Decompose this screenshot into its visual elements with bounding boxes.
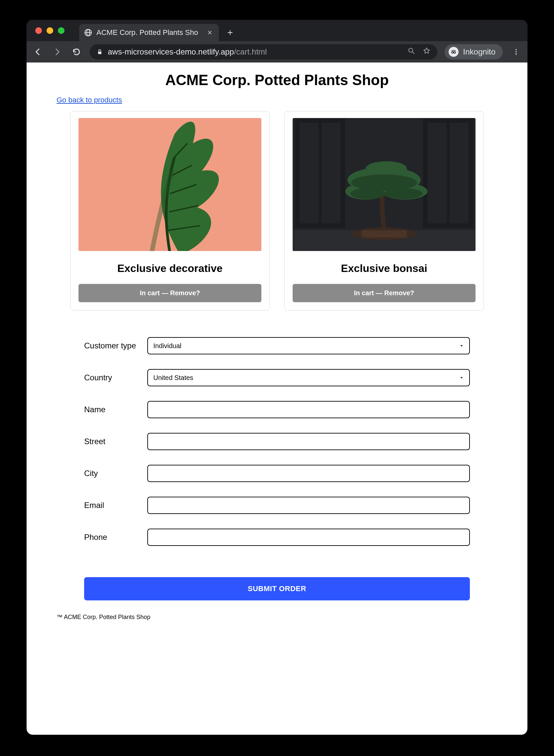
cart-item-card: Exclusive decorative In cart — Remove? [70,111,270,310]
svg-point-28 [366,161,407,176]
incognito-label: Inkognito [463,47,495,57]
reload-button[interactable] [70,46,82,58]
label-email: Email [84,501,144,510]
url-host: aws-microservices-demo.netlify.app [108,47,234,56]
svg-point-4 [409,48,413,52]
street-input[interactable] [147,433,470,450]
incognito-icon [449,47,458,57]
forward-button[interactable] [51,46,63,58]
form-row-city: City [84,465,470,482]
product-title: Exclusive decorative [117,262,223,275]
page-viewport: ACME Corp. Potted Plants Shop Go back to… [26,62,528,735]
form-row-country: Country United States [84,369,470,386]
label-street: Street [84,437,144,446]
label-name: Name [84,405,144,414]
form-row-name: Name [84,401,470,418]
tab-title: ACME Corp. Potted Plants Sho [97,28,202,37]
window-controls [31,27,74,34]
svg-point-6 [452,52,453,53]
window-minimize-button[interactable] [47,27,53,34]
city-input[interactable] [147,465,470,482]
form-row-email: Email [84,497,470,514]
tab-strip: ACME Corp. Potted Plants Sho [26,20,528,41]
footer-trademark: ™ ACME Corp. Potted Plants Shop [57,614,497,621]
remove-from-cart-button[interactable]: In cart — Remove? [78,284,261,302]
cart-items: Exclusive decorative In cart — Remove? [57,111,497,310]
svg-point-9 [515,51,517,53]
label-customer-type: Customer type [84,341,144,350]
email-input[interactable] [147,497,470,514]
name-input[interactable] [147,401,470,418]
back-to-products-link[interactable]: Go back to products [57,96,122,104]
form-row-customer-type: Customer type Individual [84,337,470,354]
browser-tab[interactable]: ACME Corp. Potted Plants Sho [79,24,219,41]
new-tab-button[interactable] [223,26,237,39]
form-row-phone: Phone [84,529,470,546]
customer-type-select[interactable]: Individual [147,337,470,354]
svg-rect-3 [98,52,101,54]
star-icon[interactable] [423,47,431,57]
page-title: ACME Corp. Potted Plants Shop [57,72,497,89]
svg-point-8 [515,49,517,51]
window-maximize-button[interactable] [58,27,64,34]
back-button[interactable] [32,46,44,58]
browser-toolbar: aws-microservices-demo.netlify.app/cart.… [26,41,528,62]
remove-from-cart-button[interactable]: In cart — Remove? [293,284,476,302]
browser-window: ACME Corp. Potted Plants Sho aws-microse… [26,20,528,735]
globe-icon [84,28,93,37]
url-path: /cart.html [234,47,267,56]
label-phone: Phone [84,533,144,542]
search-icon[interactable] [407,47,416,57]
lock-icon [97,49,103,55]
product-title: Exclusive bonsai [341,262,427,275]
svg-line-5 [412,52,414,54]
country-select[interactable]: United States [147,369,470,386]
product-image [293,118,476,251]
order-form: Customer type Individual Country United … [84,337,470,600]
phone-input[interactable] [147,529,470,546]
address-bar-actions [407,47,431,57]
product-image [78,118,261,251]
label-country: Country [84,373,144,382]
svg-point-7 [454,52,455,53]
label-city: City [84,469,144,478]
form-row-street: Street [84,433,470,450]
svg-point-10 [515,54,517,55]
browser-menu-button[interactable] [510,46,522,58]
incognito-chip[interactable]: Inkognito [445,44,503,60]
window-close-button[interactable] [35,27,42,34]
svg-rect-24 [361,230,407,238]
url-text: aws-microservices-demo.netlify.app/cart.… [108,47,403,57]
submit-order-button[interactable]: SUBMIT ORDER [84,577,470,600]
cart-item-card: Exclusive bonsai In cart — Remove? [284,111,484,310]
address-bar[interactable]: aws-microservices-demo.netlify.app/cart.… [90,44,437,60]
close-tab-button[interactable] [206,29,214,36]
svg-point-30 [350,188,385,199]
svg-point-31 [384,188,423,199]
